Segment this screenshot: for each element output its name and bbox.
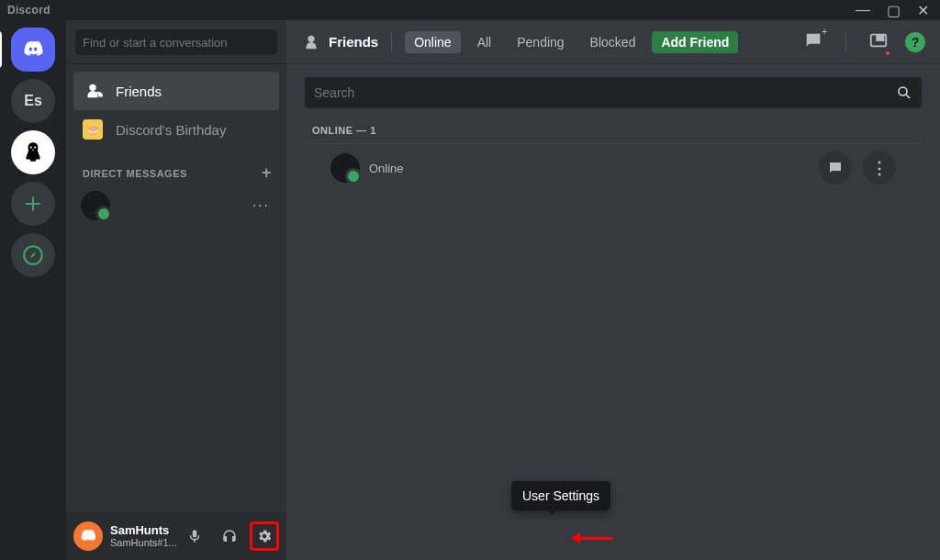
sidebar-item-label: Friends [116,84,162,99]
dm-list-item[interactable]: ··· [73,186,279,225]
discord-logo-icon [21,38,45,62]
gear-icon [256,528,273,544]
minimize-button[interactable]: — [856,2,870,19]
maximize-button[interactable]: ▢ [887,2,901,19]
channel-sidebar: Friends 🎂 Discord's Birthday DIRECT MESS… [66,20,286,560]
window-controls: — ▢ ✕ [856,2,936,19]
chat-icon [827,160,844,176]
svg-point-1 [34,147,36,149]
mute-button[interactable] [180,521,209,551]
find-conversation-bar [66,20,286,64]
inbox-button[interactable] [868,30,889,54]
add-server-button[interactable] [11,182,55,226]
friend-row[interactable]: Online ⋮ [305,143,922,192]
inbox-icon [868,30,889,50]
divider [845,32,846,52]
discord-logo-icon [79,527,97,545]
penguin-icon [21,140,45,164]
divider [391,32,392,52]
friends-heading: Friends [301,32,378,52]
find-conversation-input[interactable] [75,29,277,55]
headphones-icon [221,528,238,544]
microphone-icon [186,528,203,544]
server-item-penguin[interactable] [11,130,55,174]
sidebar-item-friends[interactable]: Friends [73,72,279,110]
add-friend-button[interactable]: Add Friend [652,31,738,53]
user-avatar[interactable] [73,521,103,551]
new-group-dm-button[interactable]: + [803,30,823,54]
search-icon [896,84,912,101]
app-name: Discord [7,4,50,17]
plus-badge-icon: + [822,27,827,37]
tab-all[interactable]: All [468,31,501,53]
friends-search [305,77,922,108]
message-button[interactable] [819,151,852,185]
server-rail: Es [0,20,66,560]
sidebar-item-label: Discord's Birthday [116,122,226,138]
friends-icon [301,32,321,52]
search-input[interactable] [314,85,896,100]
server-item-es[interactable]: Es [11,79,55,123]
chat-icon [803,30,823,50]
create-dm-button[interactable]: + [262,163,272,183]
annotation-arrow [571,532,613,543]
dm-actions-button[interactable]: ··· [252,197,270,214]
friends-icon [83,81,103,101]
svg-rect-4 [876,34,884,40]
friend-more-button[interactable]: ⋮ [863,151,896,185]
help-button[interactable]: ? [905,32,925,52]
compass-icon [21,243,45,267]
notification-dot-icon [884,50,891,57]
user-info[interactable]: SamHunts SamHunts#1... [110,524,177,548]
explore-button[interactable] [11,233,55,277]
top-bar: Friends Online All Pending Blocked Add F… [286,20,940,64]
online-section-label: ONLINE — 1 [286,108,940,143]
main-content: Friends Online All Pending Blocked Add F… [286,20,940,560]
user-settings-button[interactable] [250,521,279,551]
close-button[interactable]: ✕ [917,2,929,19]
deafen-button[interactable] [215,521,244,551]
dm-header: DIRECT MESSAGES + [66,149,286,186]
user-panel: SamHunts SamHunts#1... [66,512,286,560]
window-titlebar: Discord — ▢ ✕ [0,0,940,20]
svg-point-0 [30,147,32,149]
plus-icon [21,192,45,216]
avatar [330,153,360,183]
friend-status: Online [369,162,404,175]
avatar [81,191,110,220]
birthday-icon: 🎂 [83,119,103,140]
tab-online[interactable]: Online [405,31,460,53]
user-settings-tooltip: User Settings [511,481,610,510]
svg-point-5 [899,87,907,95]
sidebar-item-birthday[interactable]: 🎂 Discord's Birthday [73,110,279,149]
home-button[interactable] [11,28,55,72]
tab-blocked[interactable]: Blocked [581,31,645,53]
tab-pending[interactable]: Pending [508,31,573,53]
